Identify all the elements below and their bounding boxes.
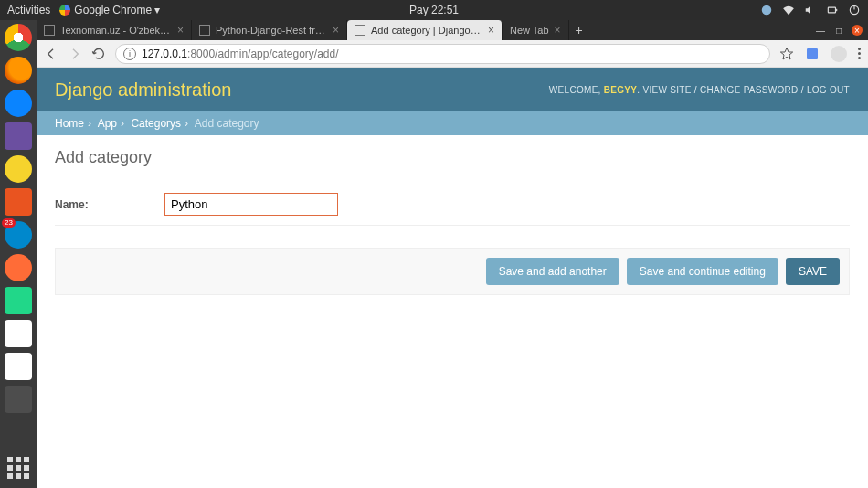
translate-extension-icon[interactable] bbox=[805, 47, 820, 61]
name-label: Name: bbox=[55, 198, 164, 211]
breadcrumb-home[interactable]: Home bbox=[55, 117, 84, 130]
form-row-name: Name: bbox=[55, 184, 850, 226]
page-content: Django administration WELCOME, BEGYY. VI… bbox=[37, 68, 868, 488]
breadcrumb-current: Add category bbox=[195, 117, 259, 130]
close-tab-icon[interactable]: × bbox=[177, 24, 184, 37]
dock-firefox-icon[interactable] bbox=[5, 57, 32, 84]
power-icon bbox=[848, 4, 861, 16]
save-button[interactable]: SAVE bbox=[786, 258, 840, 285]
profile-avatar[interactable] bbox=[831, 46, 847, 62]
django-header: Django administration WELCOME, BEGYY. VI… bbox=[37, 68, 868, 111]
forward-button[interactable] bbox=[68, 47, 82, 61]
browser-tab-active[interactable]: Add category | Django sit × bbox=[347, 20, 503, 40]
svg-rect-5 bbox=[807, 48, 818, 59]
breadcrumb: Home› App› Categorys› Add category bbox=[37, 111, 868, 135]
url-path: :8000/admin/app/category/add/ bbox=[187, 48, 338, 60]
weather-icon bbox=[760, 4, 773, 16]
dock-slack-icon[interactable] bbox=[5, 320, 32, 347]
chrome-window: Texnoman.uz - O'zbekisto × Python-Django… bbox=[37, 20, 868, 488]
site-info-icon[interactable]: i bbox=[123, 48, 136, 60]
reload-button[interactable] bbox=[91, 47, 106, 61]
dock-files-icon[interactable] bbox=[5, 122, 32, 150]
gnome-top-bar: Activities Google Chrome ▾ Pay 22:51 bbox=[0, 0, 868, 20]
telegram-badge: 23 bbox=[2, 218, 16, 228]
show-applications-button[interactable] bbox=[5, 455, 31, 481]
save-add-another-button[interactable]: Save and add another bbox=[486, 258, 619, 285]
breadcrumb-categorys[interactable]: Categorys bbox=[131, 117, 181, 130]
name-input[interactable] bbox=[164, 193, 338, 216]
page-icon bbox=[199, 25, 210, 36]
change-password-link[interactable]: CHANGE PASSWORD bbox=[700, 85, 799, 95]
clock[interactable]: Pay 22:51 bbox=[409, 4, 459, 16]
breadcrumb-app[interactable]: App bbox=[98, 117, 117, 130]
back-button[interactable] bbox=[44, 47, 58, 61]
browser-tab[interactable]: Texnoman.uz - O'zbekisto × bbox=[37, 20, 192, 40]
close-tab-icon[interactable]: × bbox=[555, 24, 561, 37]
page-icon bbox=[355, 25, 365, 36]
django-content: Add category Name: Save and add another … bbox=[37, 135, 868, 308]
dock-software-icon[interactable] bbox=[5, 188, 32, 216]
svg-point-0 bbox=[762, 5, 772, 16]
svg-rect-2 bbox=[836, 9, 837, 11]
bookmark-star-icon[interactable] bbox=[779, 47, 794, 61]
close-tab-icon[interactable]: × bbox=[488, 24, 494, 37]
view-site-link[interactable]: VIEW SITE bbox=[642, 85, 691, 95]
save-continue-button[interactable]: Save and continue editing bbox=[627, 258, 778, 285]
dock-terminal-icon[interactable] bbox=[5, 386, 32, 413]
activities-button[interactable]: Activities bbox=[7, 4, 50, 16]
dock-gedit-icon[interactable] bbox=[5, 353, 32, 380]
dock-postman-icon[interactable] bbox=[5, 254, 32, 281]
volume-icon bbox=[804, 4, 817, 16]
window-controls: — □ × bbox=[810, 20, 868, 40]
close-tab-icon[interactable]: × bbox=[333, 24, 339, 37]
address-bar[interactable]: i 127.0.0.1:8000/admin/app/category/add/ bbox=[115, 44, 770, 64]
log-out-link[interactable]: LOG OUT bbox=[807, 85, 850, 95]
chrome-menu-icon[interactable] bbox=[858, 48, 861, 59]
user-tools: WELCOME, BEGYY. VIEW SITE / CHANGE PASSW… bbox=[549, 85, 850, 95]
system-status-area[interactable] bbox=[760, 4, 861, 16]
svg-rect-4 bbox=[853, 5, 854, 10]
app-menu[interactable]: Google Chrome ▾ bbox=[59, 4, 160, 16]
url-host: 127.0.0.1 bbox=[142, 48, 187, 60]
minimize-icon[interactable]: — bbox=[815, 25, 826, 36]
svg-rect-1 bbox=[828, 7, 835, 13]
ubuntu-dock: 23 bbox=[0, 20, 37, 488]
browser-tab[interactable]: Python-Django-Rest fram × bbox=[192, 20, 347, 40]
chrome-icon bbox=[59, 5, 70, 16]
submit-row: Save and add another Save and continue e… bbox=[55, 248, 850, 295]
new-tab-button[interactable]: + bbox=[569, 20, 589, 40]
dock-telegram-icon[interactable]: 23 bbox=[5, 221, 32, 249]
dock-chrome-icon[interactable] bbox=[5, 24, 32, 51]
maximize-icon[interactable]: □ bbox=[833, 25, 844, 36]
page-title: Add category bbox=[55, 148, 850, 167]
dock-pycharm-icon[interactable] bbox=[5, 287, 32, 314]
dock-rhythmbox-icon[interactable] bbox=[5, 155, 32, 183]
chrome-tabstrip: Texnoman.uz - O'zbekisto × Python-Django… bbox=[37, 20, 868, 40]
site-title[interactable]: Django administration bbox=[55, 80, 231, 101]
wifi-icon bbox=[782, 4, 795, 16]
chrome-toolbar: i 127.0.0.1:8000/admin/app/category/add/ bbox=[37, 40, 868, 68]
page-icon bbox=[44, 25, 55, 36]
battery-icon bbox=[826, 4, 839, 16]
close-window-icon[interactable]: × bbox=[852, 25, 863, 36]
browser-tab[interactable]: New Tab × bbox=[503, 20, 569, 40]
dock-thunderbird-icon[interactable] bbox=[5, 90, 32, 117]
